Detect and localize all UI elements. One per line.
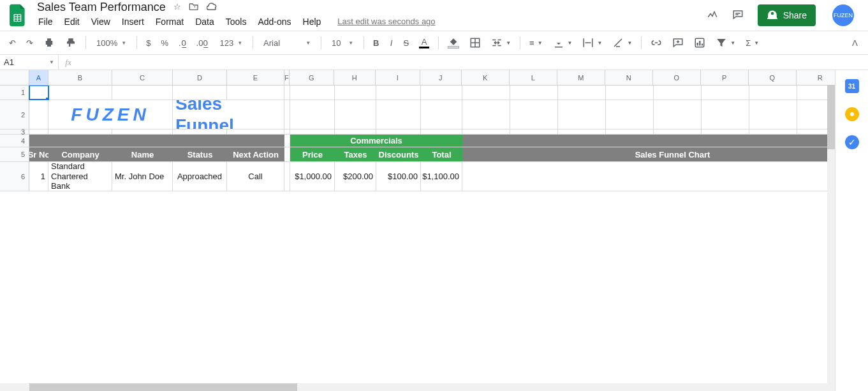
cell[interactable]: [284, 85, 290, 100]
col-header-C[interactable]: C: [112, 70, 173, 85]
cell[interactable]: [749, 85, 797, 100]
col-header-N[interactable]: N: [605, 70, 653, 85]
fill-color-icon[interactable]: [444, 34, 463, 51]
cell[interactable]: [173, 129, 227, 134]
cell[interactable]: [29, 129, 48, 134]
menu-insert[interactable]: Insert: [117, 14, 149, 29]
row-header[interactable]: 2: [0, 100, 29, 129]
col-header-F[interactable]: F: [284, 70, 290, 85]
cell[interactable]: [702, 85, 749, 100]
cell[interactable]: [335, 100, 376, 129]
cell[interactable]: [48, 129, 112, 134]
insert-chart-icon[interactable]: [690, 34, 709, 51]
cell[interactable]: [335, 85, 376, 100]
menu-file[interactable]: File: [33, 14, 58, 29]
redo-icon[interactable]: ↷: [22, 36, 37, 50]
name-box[interactable]: A1▼: [0, 55, 59, 70]
cell[interactable]: $100.00: [376, 162, 421, 191]
paint-format-icon[interactable]: [61, 34, 80, 51]
comments-icon[interactable]: [732, 9, 744, 22]
cell[interactable]: [510, 85, 558, 100]
cell[interactable]: [376, 100, 421, 129]
insights-icon[interactable]: [707, 9, 718, 22]
currency-icon[interactable]: $: [142, 36, 154, 50]
col-header-H[interactable]: H: [334, 70, 376, 85]
print-icon[interactable]: [40, 34, 59, 51]
col-header-A[interactable]: A: [29, 70, 48, 85]
menu-add-ons[interactable]: Add-ons: [253, 14, 296, 29]
cell[interactable]: [284, 129, 290, 134]
sheets-logo-icon[interactable]: [5, 3, 31, 28]
wrap-icon[interactable]: ▼: [578, 34, 606, 51]
table-header[interactable]: Discounts: [376, 147, 421, 161]
percent-icon[interactable]: %: [157, 36, 172, 50]
cell[interactable]: [227, 129, 284, 134]
row-header[interactable]: 5: [0, 147, 29, 161]
keep-addon-icon[interactable]: [845, 107, 859, 121]
more-formats-dropdown[interactable]: 123▼: [214, 37, 247, 49]
dec-increase-icon[interactable]: .00̲: [193, 36, 212, 50]
menu-view[interactable]: View: [86, 14, 115, 29]
col-header-O[interactable]: O: [653, 70, 701, 85]
cell[interactable]: [290, 100, 335, 129]
cloud-saved-icon[interactable]: [207, 2, 218, 13]
account-avatar[interactable]: FUZEN: [832, 4, 854, 26]
table-header[interactable]: Next Action: [227, 147, 284, 161]
strike-icon[interactable]: S: [399, 36, 413, 50]
cell[interactable]: Approached: [173, 162, 227, 191]
cell[interactable]: [606, 100, 654, 129]
cell[interactable]: Standard Chartered Bank: [48, 162, 112, 191]
col-header-J[interactable]: J: [420, 70, 462, 85]
col-header-L[interactable]: L: [510, 70, 557, 85]
cell[interactable]: Call: [227, 162, 284, 191]
cell[interactable]: [48, 135, 112, 147]
col-header-P[interactable]: P: [701, 70, 749, 85]
col-header-I[interactable]: I: [376, 70, 420, 85]
zoom-dropdown[interactable]: 100%▼: [91, 37, 131, 49]
cell[interactable]: $200.00: [335, 162, 376, 191]
col-header-R[interactable]: R: [797, 70, 835, 85]
col-header-M[interactable]: M: [557, 70, 605, 85]
col-header-K[interactable]: K: [462, 70, 510, 85]
font-size-picker[interactable]: 10▼: [327, 37, 358, 49]
cell[interactable]: [227, 85, 284, 100]
cell[interactable]: [29, 100, 48, 129]
cell[interactable]: [421, 129, 462, 134]
cell[interactable]: [749, 129, 797, 134]
table-header[interactable]: Taxes: [335, 147, 376, 161]
cell[interactable]: [558, 85, 606, 100]
cell[interactable]: [606, 129, 654, 134]
cell[interactable]: [421, 85, 462, 100]
select-all-corner[interactable]: [0, 70, 29, 85]
last-edit[interactable]: Last edit was seconds ago: [332, 14, 440, 29]
cell[interactable]: [558, 100, 606, 129]
insert-comment-icon[interactable]: [668, 34, 688, 51]
menu-tools[interactable]: Tools: [221, 14, 252, 29]
cell[interactable]: [29, 85, 48, 100]
h-scrollbar[interactable]: [0, 383, 835, 391]
table-header[interactable]: Total: [421, 147, 462, 161]
merge-icon[interactable]: ▼: [487, 34, 515, 51]
v-scrollbar[interactable]: [827, 85, 835, 383]
cell[interactable]: [335, 129, 376, 134]
cell[interactable]: [654, 129, 702, 134]
cell[interactable]: [606, 85, 654, 100]
cell[interactable]: [284, 135, 290, 147]
functions-icon[interactable]: Σ▼: [742, 36, 763, 50]
cell[interactable]: [421, 100, 462, 129]
filter-icon[interactable]: ▼: [712, 34, 739, 51]
cell[interactable]: [284, 147, 290, 161]
v-align-icon[interactable]: ▼: [549, 34, 577, 51]
cell[interactable]: [376, 129, 421, 134]
collapse-toolbar-icon[interactable]: ᐱ: [847, 36, 863, 50]
table-header[interactable]: Status: [173, 147, 227, 161]
menu-format[interactable]: Format: [151, 14, 189, 29]
cell[interactable]: [48, 85, 112, 100]
text-color-icon[interactable]: A: [415, 34, 433, 51]
cell[interactable]: $1,100.00: [421, 162, 462, 191]
cell[interactable]: [749, 100, 797, 129]
h-align-icon[interactable]: ≡▼: [526, 36, 547, 50]
cell[interactable]: [654, 100, 702, 129]
link-icon[interactable]: [647, 34, 666, 51]
cell[interactable]: [290, 85, 335, 100]
